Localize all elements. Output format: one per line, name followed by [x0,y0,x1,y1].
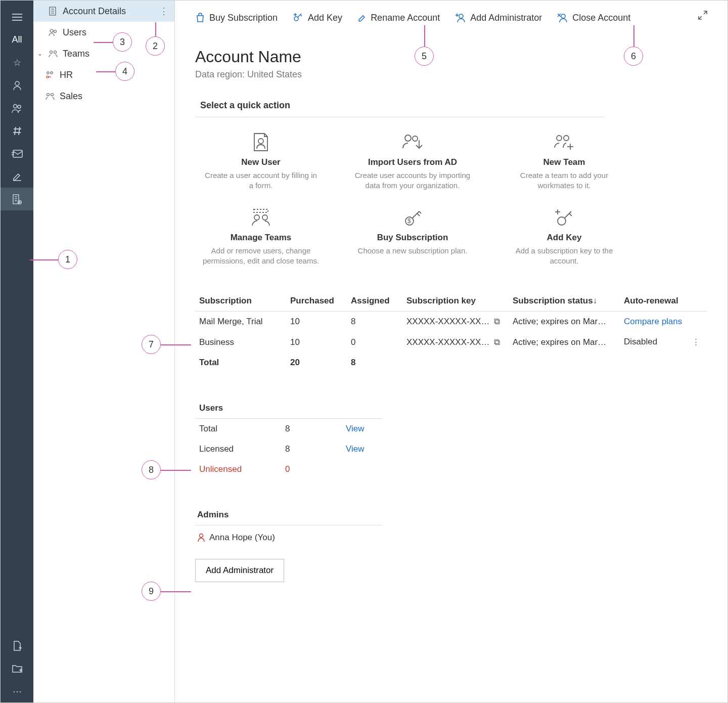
callout-leader [424,25,425,47]
dollar-key-icon: $ [347,205,478,230]
add-administrator-button[interactable]: Add Administrator [195,559,284,582]
svg-point-56 [564,136,569,141]
more-icon[interactable]: ⋯ [1,680,33,702]
col-purchased[interactable]: Purchased [286,291,347,312]
callout-5: 5 [415,47,434,66]
menu-icon[interactable] [1,6,33,28]
team-icon [49,50,60,58]
key-plus-icon [293,13,304,23]
svg-line-64 [417,213,420,216]
svg-point-53 [413,136,418,141]
add-key-button[interactable]: Add Key [293,13,342,23]
people-icon [49,28,60,36]
quick-actions-grid: New UserCreate a user account by filling… [195,130,707,266]
nav-label: Account Details [63,6,126,17]
svg-line-49 [704,11,707,14]
new-file-icon[interactable] [1,634,33,657]
callout-leader [96,71,115,72]
nav-label: HR [60,70,73,80]
users-table: Users Total8View Licensed8View Unlicense… [195,398,382,479]
building-icon [49,7,60,16]
main-content: Buy Subscription Add Key Rename Account … [175,1,727,702]
users-header: Users [195,398,382,419]
subscriptions-table: Subscription Purchased Assigned Subscrip… [195,291,707,373]
expand-icon[interactable] [698,11,707,20]
callout-leader [155,22,156,36]
nav-team-hr[interactable]: HR [33,64,174,85]
quick-actions-title: Select a quick action [195,100,605,117]
svg-point-67 [558,217,566,225]
team-plus-icon [498,130,630,154]
svg-point-34 [47,76,49,78]
callout-leader [94,42,113,43]
table-row: Total8View [195,419,382,440]
mail-icon[interactable] [1,142,33,165]
svg-point-28 [50,29,53,32]
bag-icon [195,13,205,23]
callout-8: 8 [142,460,161,479]
buy-subscription-button[interactable]: Buy Subscription [195,13,278,23]
icon-rail: All ☆ ⋯ [1,1,33,702]
table-total-row: Total 20 8 [195,353,707,373]
hash-icon[interactable] [1,119,33,142]
qa-manage-teams[interactable]: Manage TeamsAdd or remove users, change … [195,205,327,266]
svg-line-69 [569,213,572,216]
toolbar: Buy Subscription Add Key Rename Account … [195,6,707,30]
qa-new-team[interactable]: New TeamCreate a team to add your workma… [498,130,630,190]
table-row[interactable]: Business 10 0 XXXXX-XXXXX-XX… ⧉ Active; … [195,332,707,353]
col-assigned[interactable]: Assigned [347,291,402,312]
callout-7: 7 [142,335,161,354]
table-row: Unlicensed0 [195,459,382,479]
qa-import-ad[interactable]: Import Users from ADCreate user accounts… [347,130,478,190]
table-row: Licensed8View [195,439,382,459]
callout-leader [633,25,634,47]
copy-icon[interactable]: ⧉ [492,337,502,347]
svg-point-55 [557,136,562,141]
callout-1: 1 [58,250,77,269]
svg-point-60 [254,215,259,220]
add-admin-button[interactable]: Add Administrator [455,13,542,23]
svg-line-8 [15,127,16,135]
qa-add-key[interactable]: Add KeyAdd a subscription key to the acc… [498,205,630,266]
col-status[interactable]: Subscription status↓ [509,291,620,312]
view-link[interactable]: View [346,444,365,454]
new-folder-icon[interactable] [1,657,33,680]
building-settings-icon[interactable] [1,188,33,210]
svg-point-4 [13,104,17,108]
table-row[interactable]: Mail Merge, Trial 10 8 XXXXX-XXXXX-XX… ⧉… [195,312,707,332]
svg-point-33 [51,72,53,74]
compare-plans-link[interactable]: Compare plans [624,317,682,326]
col-key[interactable]: Subscription key [402,291,509,312]
svg-point-5 [18,105,21,108]
rail-all[interactable]: All [1,28,33,51]
qa-new-user[interactable]: New UserCreate a user account by filling… [195,130,327,190]
svg-point-30 [50,51,53,54]
person-icon[interactable] [1,74,33,97]
admins-section: Admins Anna Hope (You) Add Administrator [195,505,707,582]
qa-buy-sub[interactable]: $Buy SubscriptionChoose a new subscripti… [347,205,478,266]
svg-point-37 [51,94,54,96]
data-region: Data region: United States [195,69,707,80]
svg-point-72 [200,534,203,538]
nav-account-details[interactable]: Account Details ⋮ [33,1,174,22]
callout-leader [161,344,191,345]
callout-leader [161,591,191,592]
sort-down-icon: ↓ [593,296,598,305]
nav-team-sales[interactable]: Sales [33,85,174,107]
close-account-button[interactable]: Close Account [557,13,630,23]
people-icon[interactable] [1,97,33,119]
row-kebab-icon[interactable]: ⋮ [689,337,703,347]
svg-point-52 [405,135,411,141]
edit-icon[interactable] [1,165,33,188]
svg-point-3 [15,81,19,85]
col-auto[interactable]: Auto-renewal [620,291,707,312]
col-subscription[interactable]: Subscription [195,291,286,312]
callout-leader [30,259,58,260]
svg-point-32 [47,72,49,74]
star-icon[interactable]: ☆ [1,51,33,74]
rename-account-button[interactable]: Rename Account [357,13,440,23]
admin-row: Anna Hope (You) [195,525,707,550]
copy-icon[interactable]: ⧉ [492,317,502,326]
kebab-icon[interactable]: ⋮ [159,6,168,17]
view-link[interactable]: View [346,424,365,433]
